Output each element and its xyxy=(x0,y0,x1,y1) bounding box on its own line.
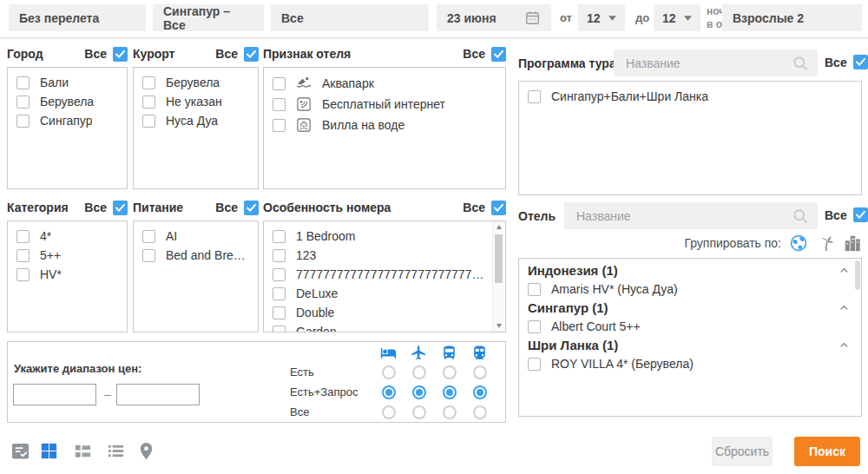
select-all-meal[interactable]: Все xyxy=(215,201,259,215)
saved-filters-icon[interactable] xyxy=(10,441,30,461)
item-checkbox[interactable] xyxy=(528,283,541,296)
list-item[interactable]: Albert Court 5++ xyxy=(519,317,861,336)
list-item[interactable]: 4* xyxy=(8,227,127,246)
item-checkbox[interactable] xyxy=(16,230,30,243)
item-checkbox[interactable] xyxy=(16,95,30,109)
item-checkbox[interactable] xyxy=(273,77,286,90)
item-checkbox[interactable] xyxy=(273,306,286,319)
nights-from-select[interactable]: 12 xyxy=(578,4,625,31)
radio-est-hotel[interactable] xyxy=(382,365,396,379)
item-checkbox[interactable] xyxy=(528,90,541,103)
item-checkbox[interactable] xyxy=(142,76,155,89)
guests-select[interactable]: Взрослые 2 xyxy=(722,4,862,31)
checkbox-checked[interactable] xyxy=(113,47,128,62)
list-item[interactable]: 5++ xyxy=(8,246,127,265)
hotel-group-header[interactable]: Сингапур (1) xyxy=(519,299,861,317)
item-checkbox[interactable] xyxy=(16,268,30,281)
item-checkbox[interactable] xyxy=(273,326,286,333)
select-all-city[interactable]: Все xyxy=(84,47,128,62)
group-by-country-icon[interactable] xyxy=(789,234,808,253)
date-field[interactable]: 23 июня xyxy=(437,4,551,31)
flight-mode-select[interactable]: Без перелета xyxy=(9,4,146,31)
scrollbar[interactable] xyxy=(492,221,505,332)
item-checkbox[interactable] xyxy=(142,115,155,128)
list-item[interactable]: 77777777777777777777777777777… xyxy=(264,265,493,284)
checkbox-checked[interactable] xyxy=(491,47,506,62)
radio-vse-bus[interactable] xyxy=(443,405,457,419)
radio-vse-hotel[interactable] xyxy=(382,405,396,419)
list-item[interactable]: HV* xyxy=(8,265,127,284)
radio-vse-flight[interactable] xyxy=(412,405,426,419)
item-checkbox[interactable] xyxy=(273,249,286,262)
scroll-down-icon[interactable] xyxy=(493,320,505,332)
program-search-box[interactable] xyxy=(614,49,818,76)
hotel-search-input[interactable] xyxy=(575,208,792,224)
search-button[interactable]: Поиск xyxy=(794,437,860,466)
item-checkbox[interactable] xyxy=(142,230,155,243)
item-checkbox[interactable] xyxy=(273,268,286,281)
select-all-resort[interactable]: Все xyxy=(215,47,259,62)
item-checkbox[interactable] xyxy=(273,287,286,300)
chevron-up-icon[interactable] xyxy=(838,339,851,352)
item-checkbox[interactable] xyxy=(142,95,155,109)
group-by-city-icon[interactable] xyxy=(843,234,862,253)
checkbox-checked[interactable] xyxy=(244,201,259,215)
price-min-input[interactable] xyxy=(13,384,96,405)
chevron-up-icon[interactable] xyxy=(838,301,851,314)
select-all-room-feature[interactable]: Все xyxy=(463,201,506,215)
scrollbar-thumb[interactable] xyxy=(855,260,860,290)
scroll-up-icon[interactable] xyxy=(493,221,505,233)
group-by-resort-icon[interactable] xyxy=(816,234,835,253)
radio-est-zapros-train[interactable] xyxy=(473,385,487,399)
radio-est-zapros-bus[interactable] xyxy=(443,385,457,399)
item-checkbox[interactable] xyxy=(528,358,541,371)
view-blocks-icon[interactable] xyxy=(73,441,93,461)
list-item[interactable]: Бали xyxy=(8,73,127,92)
list-item[interactable]: Аквапарк xyxy=(264,73,505,94)
item-checkbox[interactable] xyxy=(273,119,286,132)
hotel-search-box[interactable] xyxy=(564,202,818,229)
item-checkbox[interactable] xyxy=(16,115,30,128)
item-checkbox[interactable] xyxy=(528,320,541,333)
item-checkbox[interactable] xyxy=(16,249,30,262)
radio-est-bus[interactable] xyxy=(443,365,457,379)
list-item[interactable]: Не указан xyxy=(134,92,258,111)
radio-est-zapros-hotel[interactable] xyxy=(382,385,396,399)
checkbox-checked[interactable] xyxy=(853,207,868,222)
select-all-category[interactable]: Все xyxy=(84,201,128,215)
list-item[interactable]: Берувела xyxy=(134,73,258,92)
map-pin-icon[interactable] xyxy=(136,441,156,461)
list-item[interactable]: Сингапур xyxy=(8,111,127,130)
checkbox-checked[interactable] xyxy=(113,201,128,215)
list-item[interactable]: Double xyxy=(264,303,493,322)
list-item[interactable]: 123 xyxy=(264,246,493,265)
radio-est-zapros-flight[interactable] xyxy=(412,385,426,399)
list-item[interactable]: Вилла на воде xyxy=(264,115,505,135)
list-item[interactable]: Bed and Breakf… xyxy=(134,246,258,265)
price-max-input[interactable] xyxy=(116,384,200,405)
list-item[interactable]: AI xyxy=(134,227,258,246)
view-list-icon[interactable] xyxy=(106,441,126,461)
radio-vse-train[interactable] xyxy=(473,405,487,419)
departure-city-select[interactable]: Все xyxy=(271,4,429,31)
list-item[interactable]: DeLuxe xyxy=(264,284,493,303)
list-item[interactable]: Garden xyxy=(264,322,493,332)
list-item[interactable]: 1 Bedroom xyxy=(264,227,493,246)
checkbox-checked[interactable] xyxy=(491,201,506,215)
list-item[interactable]: Бесплатный интернет xyxy=(264,94,505,115)
destination-select[interactable]: Сингапур – Все xyxy=(153,4,264,31)
select-all-program[interactable]: Все xyxy=(825,55,868,69)
nights-to-select[interactable]: 12 xyxy=(654,4,700,31)
list-item[interactable]: Сингапур+Бали+Шри Ланка xyxy=(519,87,861,106)
item-checkbox[interactable] xyxy=(273,230,286,243)
hotel-group-header[interactable]: Индонезия (1) xyxy=(519,261,861,280)
hotel-group-header[interactable]: Шри Ланка (1) xyxy=(519,336,861,354)
item-checkbox[interactable] xyxy=(16,76,30,89)
radio-est-train[interactable] xyxy=(473,365,487,379)
list-item[interactable]: Берувела xyxy=(8,92,127,111)
program-search-input[interactable] xyxy=(624,56,792,71)
scrollbar-thumb[interactable] xyxy=(495,234,503,283)
chevron-up-icon[interactable] xyxy=(838,264,851,277)
radio-est-flight[interactable] xyxy=(412,365,426,379)
item-checkbox[interactable] xyxy=(273,98,286,111)
